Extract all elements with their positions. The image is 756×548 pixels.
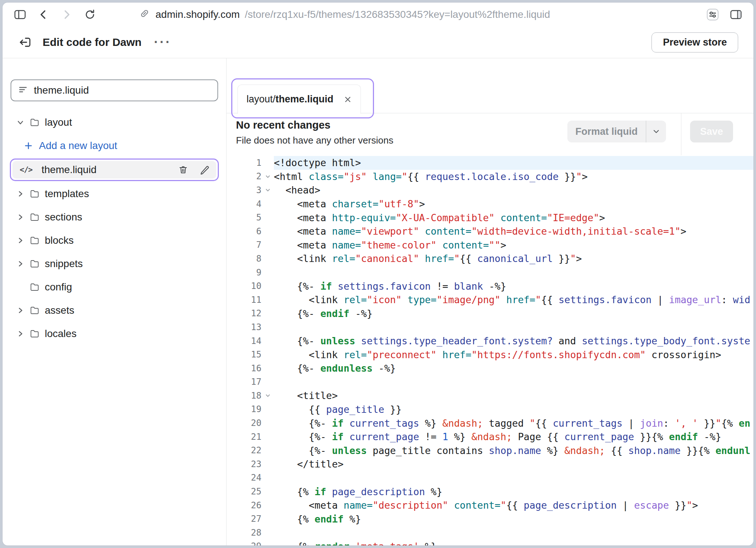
- chevron-right-icon[interactable]: [16, 330, 29, 338]
- code-text: <meta name="description" content="{{ pag…: [274, 498, 753, 512]
- tree-item-theme-liquid[interactable]: </>theme.liquid: [12, 161, 216, 179]
- line-number: 6: [227, 226, 261, 236]
- line-number: 7: [227, 240, 261, 250]
- line-number: 27: [227, 514, 261, 524]
- code-line[interactable]: 15 <link rel="preconnect" href="https://…: [227, 348, 753, 361]
- code-line[interactable]: 11 <link rel="icon" type="image/png" hre…: [227, 293, 753, 307]
- tree-item-config[interactable]: config: [3, 275, 226, 299]
- delete-file-icon[interactable]: [178, 164, 189, 175]
- chevron-right-icon[interactable]: [16, 213, 29, 221]
- code-text: {%- if settings.favicon != blank -%}: [274, 279, 753, 293]
- rename-file-icon[interactable]: [199, 164, 210, 175]
- preview-store-button[interactable]: Preview store: [651, 32, 738, 52]
- code-text: <link rel="icon" type="image/png" href="…: [274, 293, 753, 307]
- code-line[interactable]: 17: [227, 375, 753, 389]
- back-icon[interactable]: [35, 7, 51, 23]
- code-line[interactable]: 18 <title>: [227, 389, 753, 403]
- file-search[interactable]: [11, 79, 218, 101]
- page-settings-icon[interactable]: [705, 7, 721, 23]
- tree-item-assets[interactable]: assets: [3, 299, 226, 322]
- code-text: <meta name="viewport" content="width=dev…: [274, 224, 753, 238]
- code-line[interactable]: 21 {%- if current_page != 1 %} &ndash; P…: [227, 430, 753, 444]
- format-liquid-button[interactable]: Format liquid: [567, 121, 666, 142]
- code-editor[interactable]: 1<!doctype html>2<html class="js" lang="…: [227, 155, 753, 545]
- code-line[interactable]: 2<html class="js" lang="{{ request.local…: [227, 170, 753, 184]
- code-line[interactable]: 29 {% render 'meta-tags' %}: [227, 540, 753, 545]
- chevron-right-icon[interactable]: [16, 236, 29, 244]
- line-number: 24: [227, 473, 261, 483]
- annotation-highlight-file: </>theme.liquid: [10, 158, 219, 181]
- line-number: 13: [227, 322, 261, 332]
- code-line[interactable]: 25 {% if page_description %}: [227, 485, 753, 498]
- chevron-right-icon[interactable]: [16, 190, 29, 198]
- code-line[interactable]: 20 {%- if current_tags %} &ndash; tagged…: [227, 416, 753, 430]
- line-number: 22: [227, 445, 261, 455]
- code-text: {% render 'meta-tags' %}: [274, 540, 753, 545]
- tree-item-layout[interactable]: layout: [3, 111, 226, 134]
- chevron-right-icon[interactable]: [16, 306, 29, 314]
- editor-toolbar: No recent changes File does not have any…: [227, 113, 753, 155]
- code-text: <!doctype html>: [274, 156, 753, 170]
- fold-icon[interactable]: [261, 173, 274, 180]
- chevron-right-icon[interactable]: [16, 260, 29, 268]
- tree-action-add-a-new-layout[interactable]: Add a new layout: [3, 134, 226, 157]
- sidebar-toggle-icon[interactable]: [12, 7, 28, 23]
- code-line[interactable]: 19 {{ page_title }}: [227, 403, 753, 416]
- code-text: <meta name="theme-color" content="">: [274, 238, 753, 252]
- line-number: 29: [227, 541, 261, 545]
- code-text: {{ page_title }}: [274, 403, 753, 416]
- code-file-icon: </>: [20, 165, 35, 174]
- code-line[interactable]: 16 {%- endunless -%}: [227, 361, 753, 375]
- code-line[interactable]: 12 {%- endif -%}: [227, 307, 753, 321]
- code-line[interactable]: 14 {%- unless settings.type_header_font.…: [227, 334, 753, 348]
- line-number: 9: [227, 267, 261, 278]
- code-line[interactable]: 23 </title>: [227, 457, 753, 471]
- code-line[interactable]: 6 <meta name="viewport" content="width=d…: [227, 224, 753, 238]
- line-number: 12: [227, 308, 261, 318]
- code-text: [274, 375, 753, 389]
- code-line[interactable]: 28: [227, 526, 753, 540]
- line-number: 21: [227, 432, 261, 442]
- split-view-icon[interactable]: [728, 7, 744, 23]
- code-text: {%- unless settings.type_header_font.sys…: [274, 334, 753, 348]
- tree-item-sections[interactable]: sections: [3, 206, 226, 229]
- address-bar[interactable]: admin.shopify.com/store/rzq1xu-f5/themes…: [139, 8, 697, 22]
- tab-label: layout/theme.liquid: [247, 94, 334, 105]
- exit-icon[interactable]: [17, 34, 33, 50]
- url-path: /store/rzq1xu-f5/themes/132683530345?key…: [245, 9, 550, 20]
- code-text: <title>: [274, 389, 753, 403]
- reload-icon[interactable]: [82, 7, 98, 23]
- code-line[interactable]: 10 {%- if settings.favicon != blank -%}: [227, 279, 753, 293]
- fold-icon[interactable]: [261, 392, 274, 399]
- code-line[interactable]: 22 {%- unless page_title contains shop.n…: [227, 443, 753, 457]
- code-line[interactable]: 8 <link rel="canonical" href="{{ canonic…: [227, 252, 753, 266]
- page-title: Edit code for Dawn: [43, 36, 142, 48]
- tree-item-blocks[interactable]: blocks: [3, 229, 226, 252]
- fold-icon[interactable]: [261, 187, 274, 193]
- code-line[interactable]: 27 {% endif %}: [227, 512, 753, 526]
- code-line[interactable]: 1<!doctype html>: [227, 156, 753, 170]
- chevron-down-icon[interactable]: [646, 127, 666, 136]
- more-menu-button[interactable]: ···: [154, 36, 172, 49]
- tree-item-locales[interactable]: locales: [3, 322, 226, 345]
- code-line[interactable]: 3 <head>: [227, 183, 753, 197]
- tree-item-snippets[interactable]: snippets: [3, 252, 226, 275]
- tree-item-templates[interactable]: templates: [3, 182, 226, 206]
- file-search-input[interactable]: [34, 85, 211, 96]
- code-line[interactable]: 13: [227, 320, 753, 334]
- chevron-down-icon[interactable]: [16, 118, 29, 126]
- close-tab-icon[interactable]: [344, 95, 352, 103]
- save-button[interactable]: Save: [690, 121, 733, 142]
- tab-theme-liquid[interactable]: layout/theme.liquid: [237, 85, 361, 114]
- code-line[interactable]: 9: [227, 266, 753, 279]
- code-text: [274, 266, 753, 279]
- forward-icon[interactable]: [59, 7, 75, 23]
- code-line[interactable]: 24: [227, 471, 753, 485]
- code-text: {%- endif -%}: [274, 307, 753, 321]
- code-line[interactable]: 4 <meta charset="utf-8">: [227, 197, 753, 211]
- code-line[interactable]: 26 <meta name="description" content="{{ …: [227, 498, 753, 512]
- file-tree: layoutAdd a new layout</>theme.liquidtem…: [3, 111, 226, 345]
- code-text: </title>: [274, 457, 753, 471]
- code-line[interactable]: 5 <meta http-equiv="X-UA-Compatible" con…: [227, 211, 753, 224]
- code-line[interactable]: 7 <meta name="theme-color" content="">: [227, 238, 753, 252]
